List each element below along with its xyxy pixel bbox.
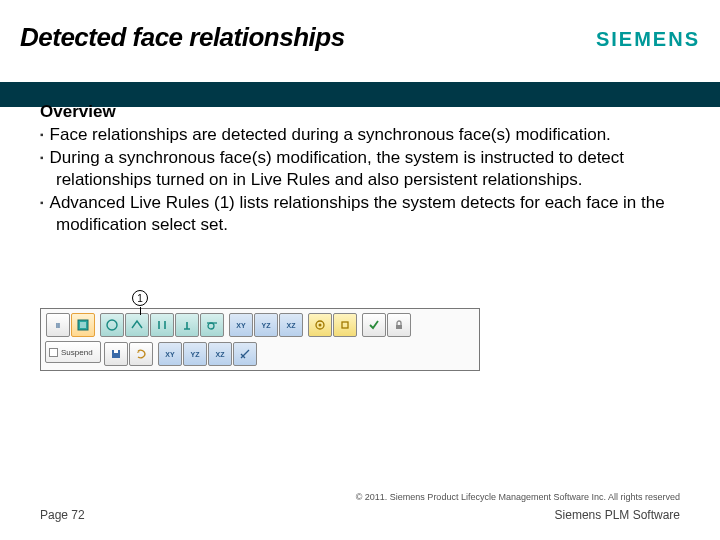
siemens-logo: SIEMENS bbox=[596, 28, 700, 51]
tangent-icon[interactable] bbox=[200, 313, 224, 337]
slide: Detected face relationships SIEMENS Over… bbox=[0, 0, 720, 540]
advanced-live-rules-icon[interactable] bbox=[71, 313, 95, 337]
footer: © 2011. Siemens Product Lifecycle Manage… bbox=[40, 492, 680, 522]
suspend-toggle[interactable]: Suspend bbox=[45, 341, 101, 363]
callout-label: 1 bbox=[137, 293, 143, 304]
toolbar-row-2: Suspend XY YZ XZ bbox=[45, 341, 475, 367]
footer-brand: Siemens PLM Software bbox=[555, 508, 680, 522]
restore-rules-icon[interactable] bbox=[129, 342, 153, 366]
svg-rect-8 bbox=[114, 350, 118, 353]
suspend-checkbox-icon bbox=[49, 348, 58, 357]
yz-ortho-icon[interactable]: YZ bbox=[183, 342, 207, 366]
bullet-item: Face relationships are detected during a… bbox=[40, 124, 680, 146]
save-rules-icon[interactable] bbox=[104, 342, 128, 366]
svg-rect-5 bbox=[342, 322, 348, 328]
concentric-icon[interactable] bbox=[308, 313, 332, 337]
bullet-item: During a synchronous face(s) modificatio… bbox=[40, 147, 680, 191]
local-symmetry-icon[interactable] bbox=[333, 313, 357, 337]
custom-plane-icon[interactable] bbox=[233, 342, 257, 366]
xy-ortho-icon[interactable]: XY bbox=[158, 342, 182, 366]
svg-point-1 bbox=[107, 320, 117, 330]
slide-title: Detected face relationships bbox=[20, 22, 345, 53]
pause-icon[interactable]: II bbox=[46, 313, 70, 337]
yz-plane-icon[interactable]: YZ bbox=[254, 313, 278, 337]
xz-plane-icon[interactable]: XZ bbox=[279, 313, 303, 337]
solve-icon[interactable] bbox=[362, 313, 386, 337]
toolbar-row-1: II bbox=[45, 312, 475, 338]
perpendicular-icon[interactable] bbox=[175, 313, 199, 337]
svg-point-2 bbox=[208, 323, 214, 329]
live-rules-toolbar: II bbox=[40, 308, 480, 371]
callout-1: 1 bbox=[132, 290, 148, 306]
lock-icon[interactable] bbox=[387, 313, 411, 337]
symmetric-icon[interactable] bbox=[100, 313, 124, 337]
content-area: Overview Face relationships are detected… bbox=[40, 102, 680, 237]
svg-rect-6 bbox=[396, 325, 402, 329]
xy-plane-icon[interactable]: XY bbox=[229, 313, 253, 337]
callout-leader-line bbox=[140, 307, 141, 315]
live-rules-figure: 1 II bbox=[40, 290, 480, 371]
xz-ortho-icon[interactable]: XZ bbox=[208, 342, 232, 366]
svg-point-4 bbox=[319, 324, 322, 327]
parallel-icon[interactable] bbox=[150, 313, 174, 337]
header: Detected face relationships SIEMENS bbox=[0, 22, 720, 74]
copyright-text: © 2011. Siemens Product Lifecycle Manage… bbox=[40, 492, 680, 502]
suspend-label: Suspend bbox=[61, 348, 93, 357]
overview-heading: Overview bbox=[40, 102, 680, 122]
page-number: Page 72 bbox=[40, 508, 85, 522]
coplanar-icon[interactable] bbox=[125, 313, 149, 337]
bullet-item: Advanced Live Rules (1) lists relationsh… bbox=[40, 192, 680, 236]
